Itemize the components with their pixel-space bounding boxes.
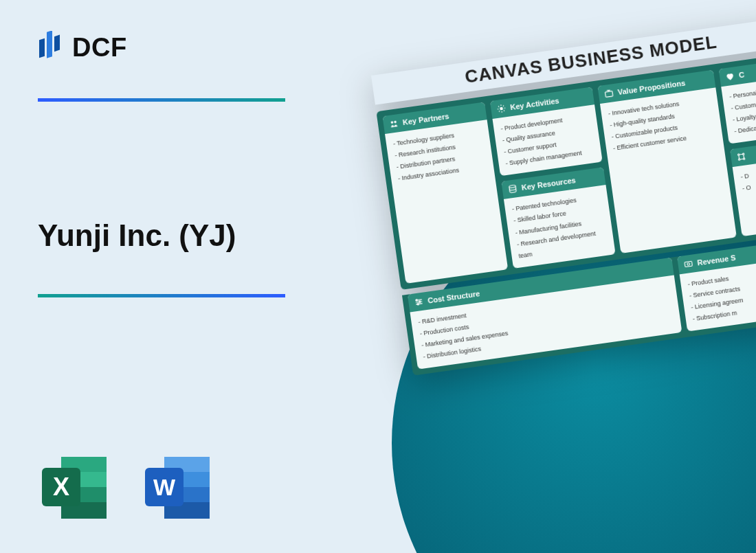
divider-top	[38, 98, 285, 102]
svg-point-20	[509, 185, 516, 188]
svg-point-26	[416, 300, 418, 302]
svg-point-22	[737, 154, 740, 156]
file-type-icons: X W	[38, 450, 216, 526]
section-label: Revenue S	[697, 253, 736, 267]
dcf-bars-icon	[38, 31, 63, 64]
svg-point-18	[394, 120, 397, 123]
brand-logo: DCF	[38, 31, 333, 64]
value-icon	[603, 88, 614, 99]
section-key-partners: Key Partners Technology suppliersResearc…	[382, 102, 508, 283]
svg-rect-0	[39, 38, 45, 58]
svg-point-30	[687, 262, 690, 265]
svg-point-17	[390, 121, 393, 124]
section-label: Key Resources	[521, 176, 576, 192]
relationships-icon	[724, 71, 735, 82]
section-label: Cost Structure	[427, 289, 480, 305]
section-label: C	[738, 70, 745, 79]
section-key-activities: Key Activities Product developmentQualit…	[490, 87, 603, 176]
section-label: Key Activities	[510, 96, 560, 111]
brand-text: DCF	[72, 33, 127, 63]
left-panel: DCF Yunji Inc. (YJ)	[38, 31, 333, 297]
partners-icon	[388, 118, 399, 129]
svg-text:X: X	[53, 473, 69, 501]
business-model-canvas: CANVAS BUSINESS MODEL Key Partners Techn…	[371, 14, 756, 376]
svg-point-28	[417, 303, 419, 305]
section-label: Key Partners	[402, 112, 449, 126]
section-customer-relationships: C PersonalizCustomerLoyalty pDedica	[719, 55, 756, 144]
svg-point-19	[500, 106, 503, 110]
svg-point-27	[419, 301, 421, 303]
svg-rect-2	[54, 35, 60, 52]
svg-rect-1	[47, 31, 52, 58]
channels-icon	[736, 152, 747, 163]
svg-text:W: W	[153, 474, 176, 500]
word-icon: W	[141, 450, 216, 526]
svg-point-24	[738, 159, 740, 161]
revenue-icon	[683, 258, 694, 269]
cost-icon	[414, 296, 425, 307]
excel-icon: X	[38, 450, 113, 526]
section-value-propositions: Value Propositions Innovative tech solut…	[597, 70, 737, 253]
page-title: Yunji Inc. (YJ)	[38, 218, 333, 253]
divider-bottom	[38, 294, 285, 297]
svg-point-23	[742, 153, 744, 155]
activities-icon	[496, 103, 507, 114]
section-key-resources: Key Resources Patented technologiesSkill…	[501, 168, 615, 269]
section-body: Patented technologiesSkilled labor force…	[504, 185, 616, 268]
svg-rect-21	[605, 91, 612, 97]
resources-icon	[507, 183, 518, 194]
svg-point-25	[743, 158, 745, 160]
svg-rect-29	[685, 261, 692, 267]
